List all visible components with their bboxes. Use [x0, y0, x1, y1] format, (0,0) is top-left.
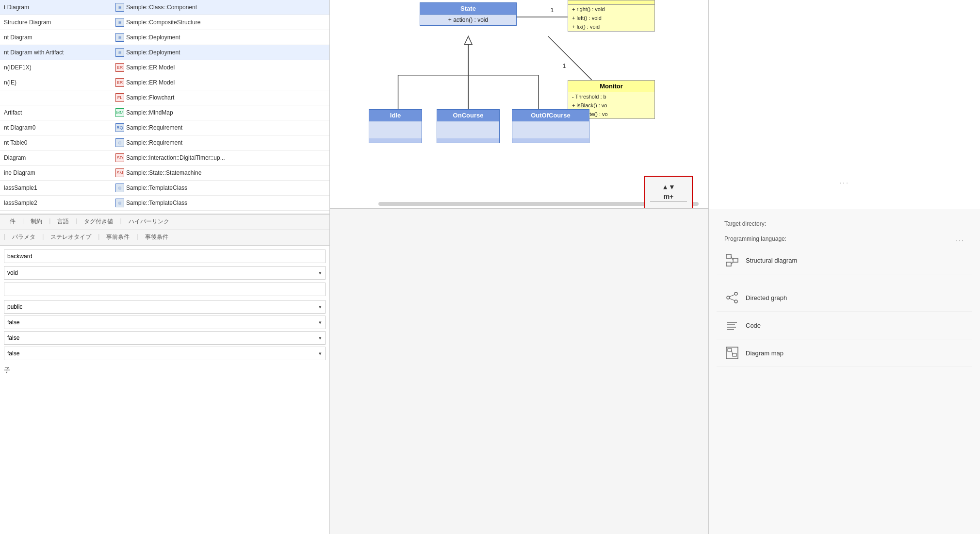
- svg-line-18: [730, 295, 735, 297]
- structural-diagram-icon: [725, 253, 739, 267]
- tab-constraint[interactable]: 制約: [25, 215, 48, 230]
- tab-hyperlink[interactable]: ハイパーリンク: [123, 215, 175, 230]
- directed-graph-icon: [724, 290, 740, 305]
- list-item[interactable]: FL Sample::Flowchart: [0, 90, 329, 105]
- list-item[interactable]: nt Diagram with Artifact ⊞ Sample::Deplo…: [0, 45, 329, 60]
- diagram-list: t Diagram ⊞ Sample::Class::Component Str…: [0, 0, 329, 214]
- directed-graph-label: Directed graph: [746, 294, 787, 301]
- tab-language[interactable]: 言語: [51, 215, 75, 230]
- tab-param[interactable]: パラメタ: [6, 230, 41, 245]
- diagram-icon: ⊞: [115, 199, 124, 207]
- visibility-wrapper: public private protected: [4, 300, 326, 314]
- svg-point-17: [735, 300, 737, 303]
- abstract-select[interactable]: false true: [4, 331, 326, 345]
- row-name: Diagram: [2, 154, 114, 161]
- svg-text:1: 1: [563, 63, 566, 69]
- right-class-box[interactable]: + right() : void + left() : void + fix()…: [568, 0, 655, 32]
- leaf-wrapper: false true: [4, 347, 326, 360]
- row-model: Sample::Deployment: [126, 49, 329, 56]
- list-item[interactable]: nt Table0 ⊞ Sample::Requirement: [0, 135, 329, 150]
- tab-properties[interactable]: 件: [4, 215, 21, 230]
- diagram-icon: ⊞: [115, 3, 124, 12]
- static-select[interactable]: false true: [4, 316, 326, 329]
- diagram-map-icon: [724, 345, 740, 361]
- type-select[interactable]: void int string: [4, 266, 326, 280]
- list-item[interactable]: Artifact MM Sample::MindMap: [0, 105, 329, 120]
- tab-precond[interactable]: 事前条件: [100, 230, 135, 245]
- diagram-icon: ER: [115, 63, 124, 72]
- svg-rect-11: [733, 258, 738, 262]
- row-model: Sample::State::Statemachine: [126, 169, 329, 176]
- diagram-canvas[interactable]: 1 1 State + action() : void + right() : …: [330, 0, 708, 209]
- row-icon: ⊞: [114, 48, 126, 57]
- list-item[interactable]: ine Diagram SM Sample::State::Statemachi…: [0, 166, 329, 181]
- code-item[interactable]: Code: [717, 312, 972, 339]
- svg-point-15: [727, 296, 730, 299]
- mplus-button[interactable]: ▲▼ m+: [644, 176, 693, 209]
- row-icon: ⊞: [114, 138, 126, 148]
- monitor-field: - Threshold : b: [568, 92, 654, 101]
- tabs-bar: 件 | 制約 | 言語 | タグ付き値 | ハイパーリンク: [0, 215, 329, 230]
- idle-body: [369, 121, 422, 138]
- diagram-map-label: Diagram map: [746, 350, 784, 357]
- diagram-icon: FL: [115, 93, 124, 102]
- list-item[interactable]: Structure Diagram ⊞ Sample::CompositeStr…: [0, 15, 329, 30]
- outofcourse-box[interactable]: OutOfCourse: [512, 109, 589, 143]
- extra-input[interactable]: [4, 283, 326, 296]
- row-icon: SM: [114, 168, 126, 178]
- oncourse-box[interactable]: OnCourse: [437, 109, 500, 143]
- row-model: Sample::TemplateClass: [126, 200, 329, 206]
- idle-box[interactable]: Idle: [369, 109, 422, 143]
- row-model: Sample::Requirement: [126, 139, 329, 146]
- list-item[interactable]: Diagram SD Sample::Interaction::DigitalT…: [0, 150, 329, 166]
- directed-graph-item[interactable]: Directed graph: [717, 284, 972, 312]
- list-item[interactable]: lassSample1 ⊞ Sample::TemplateClass: [0, 181, 329, 196]
- row-icon: ER: [114, 78, 126, 87]
- svg-line-27: [732, 350, 733, 355]
- structural-diagram-item[interactable]: Structural diagram: [717, 247, 972, 274]
- target-dir-row: Target directory:: [717, 217, 972, 231]
- diagram-icon: ⊞: [115, 184, 124, 192]
- row-model: Sample::ER Model: [126, 79, 329, 86]
- row-name: lassSample2: [2, 200, 114, 206]
- list-item[interactable]: lassSample2 ⊞ Sample::TemplateClass: [0, 196, 329, 211]
- row-model: Sample::CompositeStructure: [126, 19, 329, 26]
- list-item[interactable]: nt Diagram0 RQ Sample::Requirement: [0, 120, 329, 135]
- state-box[interactable]: State + action() : void: [420, 2, 517, 26]
- diagram-map-item[interactable]: Diagram map: [717, 339, 972, 367]
- list-item[interactable]: n(IDEF1X) ER Sample::ER Model: [0, 60, 329, 75]
- row-name: lassSample1: [2, 184, 114, 191]
- row-icon: FL: [114, 93, 126, 102]
- right-class-method-1: + right() : void: [568, 5, 654, 14]
- svg-rect-26: [733, 353, 736, 356]
- row-name: n(IE): [2, 79, 114, 86]
- diagram-icon: SM: [115, 168, 124, 177]
- visibility-select[interactable]: public private protected: [4, 300, 326, 314]
- row-model: Sample::Class::Component: [126, 4, 329, 11]
- row-icon: MM: [114, 108, 126, 117]
- oncourse-header: OnCourse: [437, 110, 499, 121]
- name-input[interactable]: [4, 250, 326, 263]
- leaf-select[interactable]: false true: [4, 347, 326, 360]
- row-name: Structure Diagram: [2, 19, 114, 26]
- type-select-wrapper: void int string: [4, 266, 326, 280]
- prog-lang-dots[interactable]: ...: [956, 235, 964, 243]
- row-icon: SD: [114, 153, 126, 163]
- tab-stereo[interactable]: ステレオタイプ: [45, 230, 97, 245]
- tab-postcond[interactable]: 事後条件: [139, 230, 174, 245]
- row-icon: ⊞: [114, 2, 126, 12]
- middle-area: 1 1 State + action() : void + right() : …: [330, 0, 708, 534]
- code-svg: [725, 318, 739, 332]
- list-item[interactable]: t Diagram ⊞ Sample::Class::Component: [0, 0, 329, 15]
- svg-rect-25: [728, 349, 732, 351]
- monitor-method-1: + isBlack() : vo: [568, 101, 654, 110]
- mplus-label[interactable]: m+: [650, 193, 687, 202]
- svg-marker-5: [464, 36, 472, 45]
- right-options: Target directory: Programming language: …: [709, 209, 980, 534]
- diagram-icon: ⊞: [115, 48, 124, 57]
- tab-tagged[interactable]: タグ付き値: [78, 215, 119, 230]
- list-item[interactable]: n(IE) ER Sample::ER Model: [0, 75, 329, 90]
- list-item[interactable]: nt Diagram ⊞ Sample::Deployment: [0, 30, 329, 45]
- row-icon: ER: [114, 63, 126, 72]
- row-name: nt Table0: [2, 139, 114, 146]
